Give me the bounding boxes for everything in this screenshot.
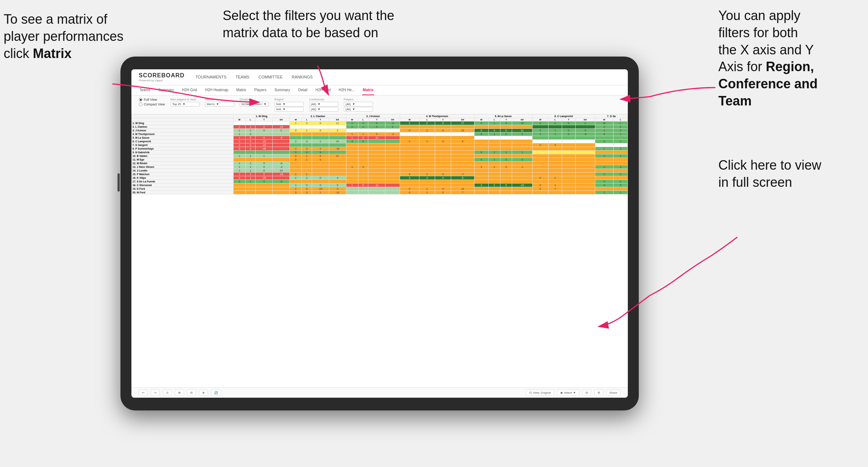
tab-h2h-heatmap[interactable]: H2H Heatmap <box>204 85 229 95</box>
nav-tournaments[interactable]: TOURNAMENTS <box>196 73 227 81</box>
matrix-cell <box>532 169 548 173</box>
table-row: 4. M Thorbjornsen10110-20103110-601 <box>132 132 628 136</box>
tab-matrix-active[interactable]: Matrix <box>362 85 374 95</box>
toolbar-add[interactable]: ⊕ <box>199 390 208 396</box>
toolbar-undo[interactable]: ↩ <box>139 390 148 396</box>
matrix-cell: 0 <box>562 132 575 136</box>
matrix-cell: 1 <box>233 136 245 140</box>
matrix-cell: 2 <box>302 176 312 180</box>
nav-teams[interactable]: TEAMS <box>235 73 249 81</box>
sub-header-Dif: Dif <box>512 118 532 121</box>
view-full[interactable]: Full View <box>139 98 165 101</box>
tab-players[interactable]: Players <box>254 85 267 95</box>
matrix-cell <box>435 151 451 154</box>
matrix-cell <box>400 151 419 154</box>
matrix-cell <box>512 147 532 151</box>
matrix-cell <box>488 125 500 129</box>
filter-conference-select1[interactable]: (All) ▼ <box>309 102 338 107</box>
matrix-cell <box>419 165 435 169</box>
matrix-cell: -16 <box>273 125 290 129</box>
view-compact[interactable]: Compact View <box>139 103 165 106</box>
matrix-cell <box>532 180 548 184</box>
matrix-cell: 11 <box>329 121 346 125</box>
matrix-cell: 1 <box>245 154 256 158</box>
toolbar-view-original[interactable]: ⊡ View: Original <box>526 390 554 396</box>
matrix-cell: 0 <box>368 132 385 136</box>
filter-max-players-select[interactable]: Top 25 ▼ <box>170 102 200 107</box>
filter-region-select1[interactable]: N/A ▼ <box>274 102 304 107</box>
filter-players-label: Players <box>344 98 373 101</box>
sub-header-W: W <box>346 118 358 121</box>
matrix-cell <box>500 180 512 184</box>
matrix-cell: 2 <box>419 121 435 125</box>
toolbar-share[interactable]: Share <box>606 390 621 396</box>
ann-left-line3-bold: Matrix <box>33 46 72 61</box>
matrix-cell: 2 <box>595 125 613 129</box>
matrix-cell <box>474 154 488 158</box>
toolbar-redo[interactable]: ↪ <box>151 390 160 396</box>
matrix-cell <box>575 154 595 158</box>
matrix-cell: 1 <box>614 140 628 143</box>
filter-gender-select[interactable]: Men's ▼ <box>205 102 234 107</box>
matrix-cell <box>273 147 290 151</box>
toolbar-rotate[interactable]: 🔃 <box>211 390 221 396</box>
toolbar-watch[interactable]: ◉ Watch ▼ <box>557 390 579 396</box>
tab-h2h-he[interactable]: H2H He... <box>338 85 356 95</box>
filter-conference-select2[interactable]: (All) ▼ <box>309 107 338 112</box>
radio-full[interactable] <box>139 98 142 101</box>
matrix-cell <box>385 180 400 184</box>
filter-region-select2[interactable]: N/A ▼ <box>274 107 304 112</box>
matrix-cell <box>532 125 548 129</box>
filter-division-select[interactable]: NCAA Division I ▼ <box>240 102 269 107</box>
table-row: 7. G Sargent20-1503 <box>132 143 628 147</box>
matrix-cell <box>488 176 500 180</box>
matrix-cell: 1 <box>312 140 329 143</box>
matrix-cell <box>614 151 628 154</box>
matrix-cell: 0 <box>595 180 613 184</box>
matrix-cell <box>233 158 245 162</box>
matrix-cell: 13 <box>451 187 474 191</box>
matrix-cell <box>329 125 346 129</box>
row-header-5: 6. C Lamprecht <box>132 140 234 143</box>
matrix-cell: 1 <box>400 140 419 143</box>
toolbar-refresh[interactable]: ⊙ <box>163 390 172 396</box>
nav-committee[interactable]: COMMITTEE <box>258 73 283 81</box>
matrix-cell <box>435 125 451 129</box>
table-row: 17. S De La Fuente210-802 <box>132 180 628 184</box>
matrix-cell: 0 <box>312 147 329 151</box>
tab-summary2[interactable]: Summary <box>274 85 291 95</box>
matrix-cell <box>302 143 312 147</box>
matrix-cell <box>290 162 302 165</box>
tab-h2h-grid[interactable]: H2H Grid <box>181 85 198 95</box>
tab-matrix[interactable]: Matrix <box>235 85 247 95</box>
matrix-cell <box>329 158 346 162</box>
tab-teams[interactable]: Teams <box>139 85 151 95</box>
toolbar-settings[interactable]: ⚙ <box>594 390 603 396</box>
toolbar-expand[interactable]: ⊞ <box>175 390 184 396</box>
nav-rankings[interactable]: RANKINGS <box>292 73 312 81</box>
matrix-cell <box>532 162 548 165</box>
toolbar-screen[interactable]: ⊟ <box>582 390 591 396</box>
matrix-cell: -1 <box>512 165 532 169</box>
matrix-cell: 0 <box>500 129 512 132</box>
radio-compact[interactable] <box>139 103 142 106</box>
filter-players-select1[interactable]: (All) ▼ <box>344 102 373 107</box>
matrix-cell <box>358 143 368 147</box>
matrix-cell: 8 <box>451 176 474 180</box>
matrix-cell: 5 <box>614 184 628 187</box>
matrix-cell: 1 <box>346 132 358 136</box>
tab-detail[interactable]: Detail <box>297 85 308 95</box>
tab-summary[interactable]: Summary <box>157 85 174 95</box>
matrix-cell: 2 <box>595 173 613 176</box>
matrix-cell <box>385 176 400 180</box>
matrix-cell: 1 <box>245 165 256 169</box>
filter-max-players-label: Max players in view <box>170 98 200 101</box>
matrix-cell: 7 <box>451 191 474 194</box>
matrix-cell <box>575 151 595 154</box>
matrix-cell: 0 <box>532 187 548 191</box>
matrix-cell <box>562 158 575 162</box>
filter-players-select2[interactable]: (All) ▼ <box>344 107 373 112</box>
matrix-cell <box>575 125 595 129</box>
toolbar-collapse[interactable]: ⊟ <box>187 390 196 396</box>
tab-h2h-grid2[interactable]: H2H Grid <box>315 85 331 95</box>
